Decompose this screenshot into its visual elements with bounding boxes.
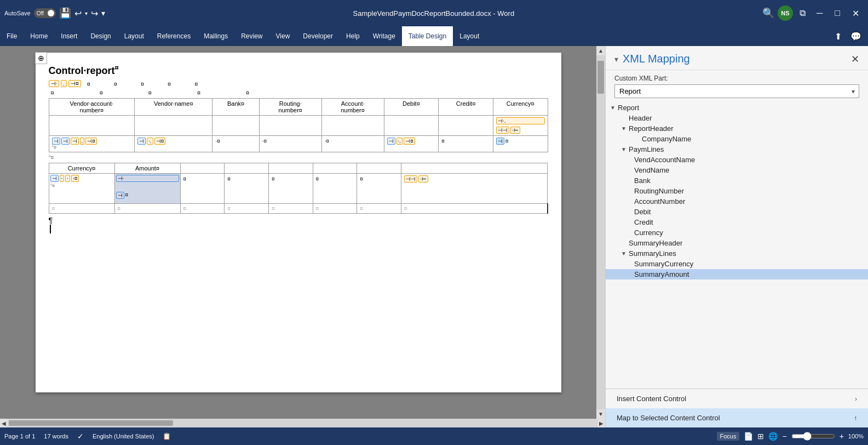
zoom-slider[interactable] — [791, 432, 835, 441]
menu-item-writage[interactable]: Writage — [366, 26, 402, 46]
cc-bottom2[interactable]: ·⊢ — [510, 127, 520, 134]
scroll-left-arrow[interactable]: ◀ — [0, 419, 8, 428]
language[interactable]: English (United States) — [93, 433, 154, 440]
menu-item-layout[interactable]: Layout — [118, 26, 151, 46]
tree-item-companyname[interactable]: CompanyName — [606, 134, 868, 144]
col-routing: Routing·number¤ — [259, 99, 321, 116]
xml-collapse-arrow[interactable]: ▾ — [614, 55, 618, 64]
cc-end1[interactable]: ⊣⊣ — [404, 175, 417, 182]
h-scroll-track[interactable] — [8, 419, 597, 427]
cc-orange9[interactable]: ·. — [396, 138, 403, 145]
scroll-thumb[interactable] — [597, 61, 604, 94]
tree-item-routingnumber[interactable]: RoutingNumber — [606, 186, 868, 196]
cc-blue4[interactable]: ⊣ — [387, 138, 395, 145]
track-changes-icon[interactable]: 📋 — [163, 432, 171, 440]
scroll-up-arrow[interactable]: ▲ — [596, 46, 605, 55]
cc-sum-orange2[interactable]: · — [65, 175, 70, 182]
tree-item-vendaccountname[interactable]: VendAccountName — [606, 155, 868, 165]
cc-blue2[interactable]: ⊣ — [61, 138, 70, 145]
restore-icon[interactable]: ⧉ — [796, 7, 809, 19]
menu-item-file[interactable]: File — [0, 26, 24, 46]
menu-item-help[interactable]: Help — [340, 26, 366, 46]
close-icon[interactable]: ✕ — [848, 7, 864, 20]
cc-orange2[interactable]: . — [61, 80, 67, 87]
save-icon[interactable]: 💾 — [59, 7, 71, 19]
redo-icon[interactable]: ↪ — [91, 8, 98, 19]
cc-orange4[interactable]: ⊣ — [71, 138, 79, 145]
cc-sum-orange1[interactable]: · — [60, 175, 65, 182]
tree-item-credit[interactable]: Credit — [606, 217, 868, 227]
cc-blue3[interactable]: ⊣ — [137, 138, 146, 145]
maximize-icon[interactable]: □ — [830, 7, 844, 19]
menu-item-layout2[interactable]: Layout — [453, 26, 486, 46]
tree-item-debit[interactable]: Debit — [606, 207, 868, 217]
cc-orange5[interactable]: . — [80, 138, 85, 145]
scroll-track[interactable] — [596, 55, 605, 409]
cc-orange3[interactable]: ⊣¤ — [68, 80, 81, 87]
tree-item-summaryheader[interactable]: SummaryHeader — [606, 238, 868, 248]
search-icon[interactable]: 🔍 — [762, 7, 774, 19]
cc-end2[interactable]: ·⊢ — [418, 175, 428, 182]
undo-dropdown-icon[interactable]: ▾ — [85, 10, 88, 16]
zoom-out-icon[interactable]: − — [782, 432, 786, 441]
document-scroll[interactable]: ⊕ Control·report¤ ⊣· . ⊣¤ ¤ ¤ ¤ — [0, 46, 605, 419]
menu-item-review[interactable]: Review — [234, 26, 269, 46]
ctx-map-to-selected[interactable]: Map to Selected Content Control ↑ — [606, 408, 868, 427]
tree-item-currency[interactable]: Currency — [606, 227, 868, 238]
menu-item-insert[interactable]: Insert — [54, 26, 84, 46]
cc-selected-amount[interactable]: ⊣· ⊣ ¤ — [116, 175, 179, 199]
avatar[interactable]: NS — [778, 5, 793, 21]
undo-icon[interactable]: ↩ — [74, 8, 82, 19]
minimize-icon[interactable]: ─ — [812, 7, 827, 19]
focus-btn[interactable]: Focus — [717, 432, 740, 441]
cc-orange6[interactable]: ⊣¤ — [85, 138, 97, 145]
move-handle[interactable]: ⊕ — [35, 52, 47, 64]
cc-orange1[interactable]: ⊣· — [49, 80, 60, 87]
vertical-scrollbar[interactable]: ▲ ▼ — [596, 46, 605, 419]
scroll-down-arrow[interactable]: ▼ — [596, 409, 605, 419]
tree-item-accountnumber[interactable]: AccountNumber — [606, 196, 868, 207]
scroll-right-arrow[interactable]: ▶ — [597, 419, 605, 428]
menu-item-mailings[interactable]: Mailings — [197, 26, 234, 46]
xml-close-btn[interactable]: ✕ — [851, 53, 859, 65]
print-layout-icon[interactable]: ⊞ — [757, 432, 764, 441]
ctx-insert-content-control[interactable]: Insert Content Control › — [606, 389, 868, 408]
tree-item-summaryamount[interactable]: SummaryAmount — [606, 269, 868, 279]
tree-item-vendname[interactable]: VendName — [606, 165, 868, 175]
zoom-in-icon[interactable]: + — [840, 432, 844, 441]
cc-orange7[interactable]: ·. — [147, 138, 153, 145]
customize-icon[interactable]: ▾ — [101, 9, 105, 18]
read-view-icon[interactable]: 📄 — [744, 432, 753, 441]
autosave-toggle[interactable]: Off — [34, 8, 56, 18]
col-debit: Debit¤ — [384, 99, 439, 116]
tree-item-header[interactable]: Header — [606, 113, 868, 123]
tree-item-summarycurrency[interactable]: SummaryCurrency — [606, 259, 868, 269]
horizontal-scrollbar[interactable]: ◀ ▶ — [0, 419, 605, 427]
menu-item-developer[interactable]: Developer — [296, 26, 340, 46]
cc-bottom1[interactable]: ⊣⊣ — [496, 127, 509, 134]
cc-currency-top[interactable]: ⊣·. — [496, 117, 545, 124]
cc-sum-blue1[interactable]: ⊣ — [50, 175, 59, 182]
cc-blue1[interactable]: ⊣ — [52, 138, 60, 145]
menu-item-view[interactable]: View — [269, 26, 297, 46]
tree-item-bank[interactable]: Bank — [606, 175, 868, 186]
tree-item-summarylines[interactable]: ▼ SummaryLines — [606, 248, 868, 259]
menu-item-home[interactable]: Home — [24, 26, 54, 46]
proofing-icon[interactable]: ✓ — [77, 432, 84, 441]
cc-orange10[interactable]: ⊣¤ — [404, 138, 415, 145]
menu-item-references[interactable]: References — [151, 26, 197, 46]
tree-item-report[interactable]: ▼ Report — [606, 102, 868, 113]
comment-icon[interactable]: 💬 — [848, 30, 864, 43]
cc-blue5[interactable]: ⊣ — [496, 138, 504, 145]
cc-orange8[interactable]: ⊣¤ — [154, 138, 166, 145]
tree-item-paymlines[interactable]: ▼ PaymLines — [606, 144, 868, 155]
share-icon[interactable]: ⬆ — [832, 30, 844, 43]
cc-sel2[interactable]: ⊣ — [116, 192, 124, 199]
h-scroll-thumb[interactable] — [9, 420, 173, 426]
cc-sum-orange3[interactable]: ·¤ — [71, 175, 79, 182]
tree-item-reportheader[interactable]: ▼ ReportHeader — [606, 123, 868, 134]
xml-part-select[interactable]: Report — [614, 84, 859, 98]
menu-item-design[interactable]: Design — [84, 26, 117, 46]
menu-item-table-design[interactable]: Table Design — [402, 26, 453, 46]
web-layout-icon[interactable]: 🌐 — [768, 432, 778, 441]
